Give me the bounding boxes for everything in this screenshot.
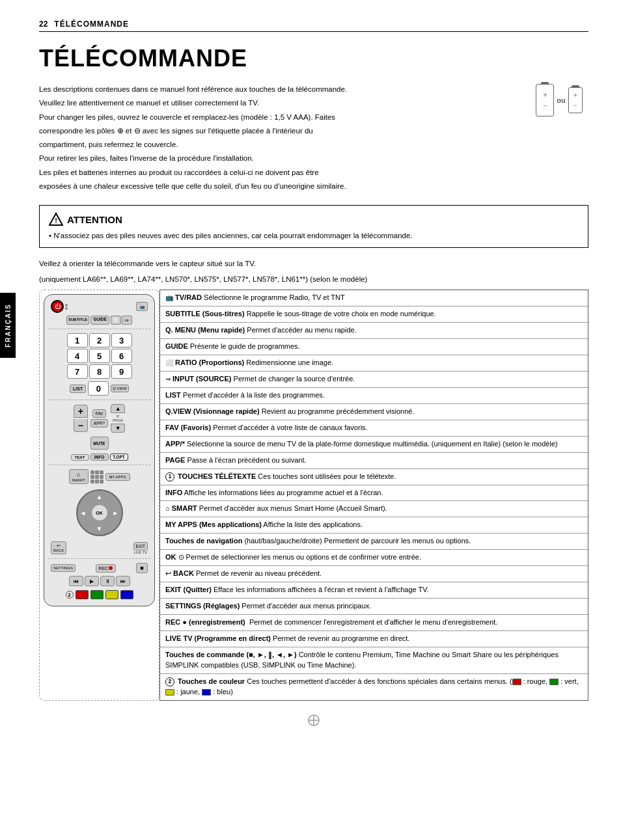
number-grid: 1 2 3 4 5 6 7 8 9 xyxy=(67,333,132,379)
num-0-button[interactable]: 0 xyxy=(88,381,109,396)
num-4-button[interactable]: 4 xyxy=(67,349,88,363)
mute-button[interactable]: MUTE xyxy=(90,437,109,450)
page-number: 22 xyxy=(39,20,48,29)
page-header: 22 TÉLÉCOMMANDE xyxy=(39,20,588,32)
intro-line2: Veuillez lire attentivement ce manuel et… xyxy=(39,98,523,109)
intro-section: Les descriptions contenues dans ce manue… xyxy=(39,84,588,195)
attention-box: ! ATTENTION • N'associez pas des piles n… xyxy=(39,205,588,248)
nav-left-icon[interactable]: ◄ xyxy=(80,509,87,517)
rewind-button[interactable]: ⏮ xyxy=(69,576,83,586)
fast-forward-button[interactable]: ⏭ xyxy=(116,576,130,586)
remote-section: ⏻ 📺 SUBTITLE GUIDE xyxy=(39,290,159,700)
smart-button[interactable]: ⌂ SMART xyxy=(69,469,89,484)
nav-down-icon[interactable]: ▼ xyxy=(96,525,103,532)
app-button[interactable]: APP/* xyxy=(90,419,108,427)
desc-qmenu: Q. MENU (Menu rapide) Permet d'accéder a… xyxy=(160,323,588,339)
intro-line8: exposées à une chaleur excessive telle q… xyxy=(39,181,523,192)
exit-button[interactable]: EXIT xyxy=(133,542,148,550)
play-button[interactable]: ▶ xyxy=(85,576,99,586)
desc-settings: SETTINGS (Réglages) Permet d'accéder aux… xyxy=(160,599,588,615)
attention-content: ! ATTENTION • N'associez pas des piles n… xyxy=(49,212,579,241)
yellow-color-button[interactable] xyxy=(105,590,118,599)
grid-icon xyxy=(90,470,104,483)
text-info-topt-row: TEXT INFO T.OPT xyxy=(71,454,128,461)
desc-qview: Q.VIEW (Visionnage rapide) Revient au pr… xyxy=(160,404,588,420)
bottom-crosshair xyxy=(39,701,588,733)
desc-rec: REC ● (enregistrement) Permet de commenc… xyxy=(160,615,588,631)
vol-minus-button[interactable]: − xyxy=(74,419,88,432)
subtitle-button[interactable]: SUBTITLE xyxy=(66,316,89,325)
caption2: (uniquement LA66**, LA69**, LA74**, LN57… xyxy=(39,274,588,284)
page-down-button[interactable]: ▼ xyxy=(111,424,125,433)
tv-rad-icon[interactable]: 📺 xyxy=(136,302,148,311)
desc-smart: ⌂ SMART Permet d'accéder aux menus Smart… xyxy=(160,501,588,517)
guide-button[interactable]: GUIDE xyxy=(90,316,109,325)
stop-button[interactable]: ■ xyxy=(136,563,148,573)
power-button[interactable]: ⏻ xyxy=(51,300,64,313)
desc-teletext: 1 TOUCHES TÉLÉTEXTE Ces touches sont uti… xyxy=(160,469,588,485)
red-color-button[interactable] xyxy=(76,590,89,599)
settings-button[interactable]: SETTINGS xyxy=(51,564,76,572)
desc-tv-rad: 📺 TV/RAD Sélectionne le programme Radio,… xyxy=(160,290,588,306)
num-1-button[interactable]: 1 xyxy=(67,333,88,347)
num-6-button[interactable]: 6 xyxy=(111,349,132,363)
num-3-button[interactable]: 3 xyxy=(111,333,132,347)
desc-guide: GUIDE Présente le guide de programmes. xyxy=(160,339,588,355)
svg-text:!: ! xyxy=(55,217,57,224)
back-button[interactable]: ↩ BACK xyxy=(51,541,66,554)
attention-title: ! ATTENTION xyxy=(49,212,579,226)
input-icon[interactable]: ⇒ xyxy=(122,316,132,325)
warning-triangle-icon: ! xyxy=(49,212,63,226)
intro-line4: correspondre les pôles ⊕ et ⊖ avec les s… xyxy=(39,126,523,137)
green-color-button[interactable] xyxy=(90,590,104,599)
rec-button[interactable]: REC xyxy=(96,564,117,573)
divider4 xyxy=(48,558,150,559)
fav-button[interactable]: FAV xyxy=(92,409,107,418)
num-9-button[interactable]: 9 xyxy=(111,364,132,379)
desc-nav: Touches de navigation (haut/bas/gauche/d… xyxy=(160,534,588,550)
caption1: Veillez à orienter la télécommande vers … xyxy=(39,258,588,269)
num-2-button[interactable]: 2 xyxy=(89,333,110,347)
num-7-button[interactable]: 7 xyxy=(67,364,88,379)
num-8-button[interactable]: 8 xyxy=(89,364,110,379)
intro-line1: Les descriptions contenues dans ce manue… xyxy=(39,84,523,95)
info-button[interactable]: INFO xyxy=(90,454,109,461)
page-up-button[interactable]: ▲ xyxy=(111,404,125,413)
ok-button[interactable]: OK xyxy=(91,504,108,521)
qview-button[interactable]: Q VIEW xyxy=(111,385,129,392)
color-buttons-row: 2 xyxy=(66,590,133,599)
nav-circle[interactable]: ▲ ▼ ◄ ► OK xyxy=(76,489,123,536)
blue-color-button[interactable] xyxy=(120,590,133,599)
page: FRANÇAIS 22 TÉLÉCOMMANDE TÉLÉCOMMANDE Le… xyxy=(0,0,621,840)
ratio-icon[interactable]: ⬜ xyxy=(111,316,121,325)
attention-text: • N'associez pas des piles neuves avec d… xyxy=(49,230,579,241)
desc-input: ⇒ INPUT (SOURCE) Permet de changer la so… xyxy=(160,372,588,388)
num-5-button[interactable]: 5 xyxy=(89,349,110,363)
nav-up-icon[interactable]: ▲ xyxy=(96,493,103,500)
remote-body: ⏻ 📺 SUBTITLE GUIDE xyxy=(44,294,155,606)
intro-line3: Pour changer les piles, ouvrez le couver… xyxy=(39,112,523,123)
desc-cmd: Touches de commande (■, ►, ‖, ◄, ►) Cont… xyxy=(160,647,588,674)
remote-top-icons-row: ⏻ 📺 xyxy=(48,300,150,313)
topt-button[interactable]: T.OPT xyxy=(110,454,128,461)
nav-right-icon[interactable]: ► xyxy=(113,509,119,517)
vol-plus-button[interactable]: + xyxy=(74,405,88,418)
desc-page: PAGE Passe à l'écran précédent ou suivan… xyxy=(160,453,588,469)
mute-row: MUTE xyxy=(90,437,109,450)
main-content: ⏻ 📺 SUBTITLE GUIDE xyxy=(39,290,588,700)
battery-image: ＋ － ou ＋ － xyxy=(530,84,588,195)
live-tv-label: LIVE TV xyxy=(134,550,147,554)
main-title: TÉLÉCOMMANDE xyxy=(39,45,588,72)
desc-info: INFO Affiche les informations liées au p… xyxy=(160,485,588,502)
myapps-button[interactable]: MY APPS xyxy=(105,473,130,481)
divider1 xyxy=(48,329,150,329)
desc-subtitle: SUBTITLE (Sous-titres) Rappelle le sous-… xyxy=(160,306,588,323)
text-button[interactable]: TEXT xyxy=(71,454,89,461)
intro-line5: compartiment, puis refermez le couvercle… xyxy=(39,139,523,150)
divider3 xyxy=(48,465,150,465)
list-button[interactable]: LIST xyxy=(70,385,86,393)
nav-area: ▲ ▼ ◄ ► OK xyxy=(76,489,123,536)
top-buttons-row: SUBTITLE GUIDE ⬜ ⇒ xyxy=(48,316,150,325)
pause-button[interactable]: ⏸ xyxy=(100,576,115,586)
intro-text: Les descriptions contenues dans ce manue… xyxy=(39,84,523,195)
